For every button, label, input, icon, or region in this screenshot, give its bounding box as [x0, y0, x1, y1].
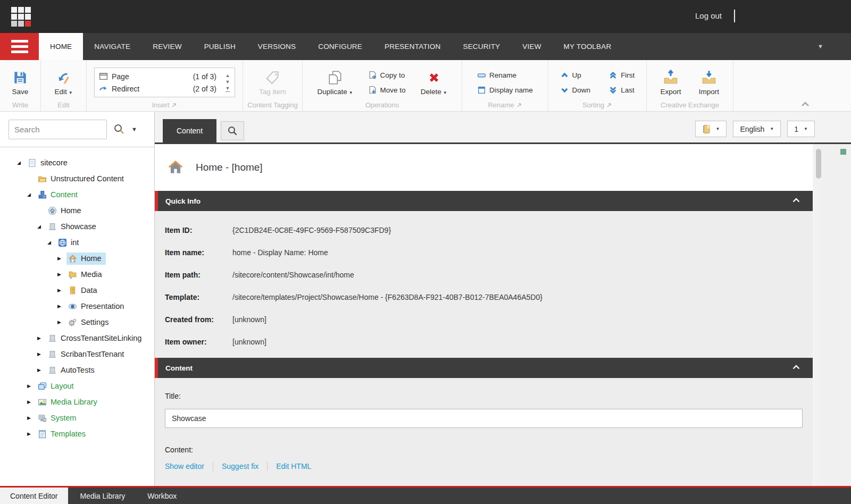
expand-arrow-icon[interactable]: ▶ — [57, 288, 66, 293]
language-dropdown-button[interactable]: English ▼ — [733, 121, 781, 137]
expand-arrow-icon[interactable]: ▶ — [27, 383, 36, 389]
show-editor-link[interactable]: Show editor — [165, 462, 204, 471]
tree-item-data[interactable]: ▶ Data — [0, 282, 154, 298]
sort-up-button[interactable]: Up — [558, 70, 593, 81]
tab-security[interactable]: SECURITY — [452, 33, 511, 60]
edit-html-link[interactable]: Edit HTML — [276, 462, 311, 471]
expand-arrow-icon[interactable]: ▶ — [27, 431, 36, 436]
logo-cell — [18, 14, 24, 20]
version-dropdown-button[interactable]: 1 ▼ — [787, 121, 815, 137]
tree-item-home[interactable]: Home — [0, 203, 154, 219]
sort-first-button[interactable]: First — [606, 70, 637, 81]
display-name-button[interactable]: Display name — [475, 85, 535, 96]
scroll-last-icon[interactable]: ▼ — [226, 86, 230, 92]
tag-item-button[interactable]: Tag item — [256, 69, 289, 97]
expand-arrow-icon[interactable]: ▶ — [57, 272, 66, 277]
collapse-arrow-icon[interactable]: ◢ — [17, 160, 26, 165]
expand-arrow-icon[interactable]: ▶ — [37, 335, 46, 341]
tree-item-home-selected[interactable]: ▶ Home — [0, 250, 154, 266]
expand-arrow-icon[interactable]: ▶ — [37, 351, 46, 357]
export-button[interactable]: Export — [655, 69, 686, 97]
bottombar-tab-media-library[interactable]: Media Library — [70, 488, 136, 504]
tab-publish[interactable]: PUBLISH — [193, 33, 247, 60]
tree-item-system[interactable]: ▶ System — [0, 410, 154, 426]
group-launcher-icon[interactable] — [516, 102, 522, 108]
expand-arrow-icon[interactable]: ▶ — [27, 399, 36, 405]
expand-arrow-icon[interactable]: ▶ — [27, 415, 36, 421]
tree-item-media-library[interactable]: ▶ Media Library — [0, 394, 154, 410]
ribbon-collapse-icon[interactable] — [801, 102, 810, 107]
title-input[interactable] — [165, 409, 803, 428]
insert-option-redirect[interactable]: Redirect (2 of 3) — [95, 82, 221, 95]
import-button[interactable]: Import — [694, 69, 724, 97]
sitecore-logo-icon[interactable] — [11, 7, 31, 27]
tab-home[interactable]: HOME — [39, 33, 83, 60]
edit-dropdown-button[interactable]: Edit▼ — [48, 69, 79, 97]
item-search-button[interactable] — [221, 121, 244, 140]
tree-item-layout[interactable]: ▶ Layout — [0, 378, 154, 394]
content-field-label: Content: — [165, 446, 803, 454]
collapse-arrow-icon[interactable]: ◢ — [47, 240, 56, 245]
collapse-arrow-icon[interactable]: ◢ — [37, 224, 46, 229]
sort-down-button[interactable]: Down — [558, 85, 593, 96]
tabbar-dropdown-icon[interactable]: ▼ — [817, 43, 823, 49]
search-options-caret-icon[interactable]: ▼ — [131, 126, 137, 132]
tree-item-crosstenantsitelinking[interactable]: ▶ CrossTenantSiteLinking — [0, 330, 154, 346]
rename-button[interactable]: Rename — [475, 70, 535, 81]
group-launcher-icon[interactable] — [606, 102, 612, 108]
bottombar-tab-workbox[interactable]: Workbox — [137, 488, 187, 504]
tab-review[interactable]: REVIEW — [141, 33, 193, 60]
expand-arrow-icon[interactable]: ▶ — [57, 256, 66, 261]
duplicate-dropdown-button[interactable]: Duplicate▼ — [314, 69, 356, 97]
link-divider — [267, 461, 268, 471]
tab-content-editor-pane[interactable]: Content — [163, 119, 216, 142]
search-input[interactable] — [9, 120, 107, 139]
insert-option-page[interactable]: Page (1 of 3) — [95, 70, 221, 82]
delete-dropdown-button[interactable]: Delete▼ — [418, 69, 450, 97]
scroll-up-icon[interactable]: ▲ — [226, 73, 230, 78]
import-icon — [701, 70, 717, 86]
tree-item-presentation[interactable]: ▶ Presentation — [0, 298, 154, 314]
search-icon[interactable] — [113, 123, 125, 135]
bottombar-tab-content-editor[interactable]: Content Editor — [0, 488, 68, 504]
move-to-button[interactable]: Move to — [366, 85, 408, 96]
tree-item-unstructured-content[interactable]: Unstructured Content — [0, 171, 154, 187]
section-header-quick-info[interactable]: Quick Info — [155, 191, 813, 211]
tree-item-media[interactable]: ▶ Media — [0, 266, 154, 282]
copy-to-button[interactable]: Copy to — [366, 70, 408, 81]
scroll-down-icon[interactable]: ▼ — [226, 80, 230, 85]
tree-item-int[interactable]: ◢ int — [0, 234, 154, 250]
tab-presentation[interactable]: PRESENTATION — [373, 33, 452, 60]
content-field: Content: Show editor Suggest fix Edit HT… — [155, 428, 813, 471]
tree-item-autotests[interactable]: ▶ AutoTests — [0, 362, 154, 378]
tree-item-templates[interactable]: ▶ Templates — [0, 426, 154, 442]
save-button[interactable]: Save — [5, 69, 36, 97]
tab-versions[interactable]: VERSIONS — [247, 33, 307, 60]
tab-navigate[interactable]: NAVIGATE — [83, 33, 141, 60]
tree-item-scribantesttenant[interactable]: ▶ ScribanTestTenant — [0, 346, 154, 362]
tab-configure[interactable]: CONFIGURE — [307, 33, 373, 60]
logout-link[interactable]: Log out — [695, 11, 722, 20]
section-header-content[interactable]: Content — [155, 358, 813, 378]
tree-item-showcase[interactable]: ◢ Showcase — [0, 219, 154, 234]
suggest-fix-link[interactable]: Suggest fix — [222, 462, 258, 471]
expand-arrow-icon[interactable]: ▶ — [37, 367, 46, 373]
tree-item-settings[interactable]: ▶ Settings — [0, 314, 154, 330]
vertical-scrollbar[interactable] — [815, 144, 822, 486]
expand-arrow-icon[interactable]: ▶ — [57, 320, 66, 325]
tree-item-content[interactable]: ◢ Content — [0, 187, 154, 203]
quick-info-row: Item path:/sitecore/content/Showcase/int… — [165, 271, 813, 279]
tab-my-toolbar[interactable]: MY TOOLBAR — [553, 33, 623, 60]
expand-arrow-icon[interactable]: ▶ — [57, 304, 66, 309]
tab-view[interactable]: VIEW — [511, 33, 552, 60]
group-launcher-icon[interactable] — [171, 102, 177, 108]
copy-to-icon — [368, 71, 377, 80]
sort-last-button[interactable]: Last — [606, 85, 637, 96]
edit-icon — [56, 70, 72, 86]
scrollbar-thumb[interactable] — [816, 149, 821, 179]
profile-dropdown-button[interactable]: ▼ — [695, 121, 727, 137]
tree-item-sitecore[interactable]: ◢ sitecore — [0, 155, 154, 171]
hamburger-menu-button[interactable] — [0, 33, 39, 60]
logo-cell — [25, 14, 31, 20]
collapse-arrow-icon[interactable]: ◢ — [27, 192, 36, 197]
